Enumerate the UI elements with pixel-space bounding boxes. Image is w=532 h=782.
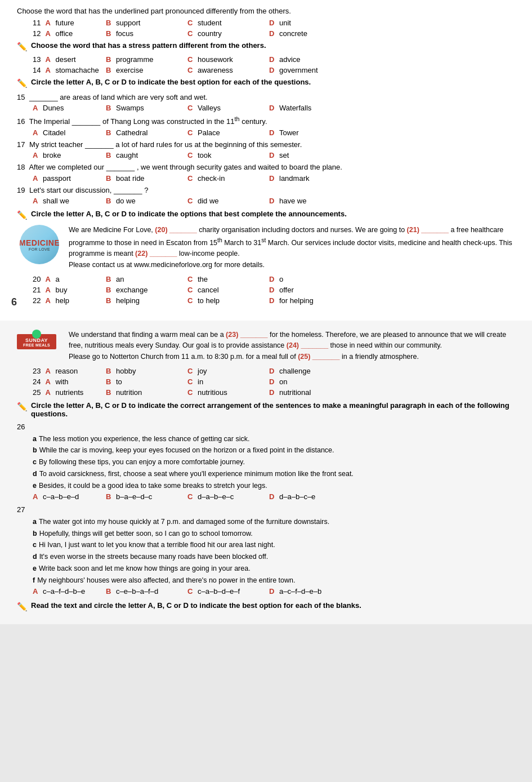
announcement-sunday: SUNDAY FREE MEALS We understand that fin… (17, 330, 515, 362)
medicine-announcement-text: We are Medicine For Love, (20) _______ c… (69, 225, 515, 270)
q27-options: Ac–a–f–d–b–e Bc–e–b–a–f–d Cc–a–b–d–e–f D… (33, 587, 515, 596)
q11-num: 11Afuture (33, 19, 106, 27)
instruction-6-text: Read the text and circle the letter A, B… (31, 601, 361, 610)
question-16: 16 The Imperial _______ of Thang Long wa… (17, 114, 515, 127)
bottom-section: SUNDAY FREE MEALS We understand that fin… (0, 321, 532, 624)
question-14-row: 14Astomachache Bexercise Cawareness Dgov… (33, 66, 515, 74)
q27-e: eWrite back soon and let me know how thi… (33, 563, 515, 574)
q26-a: aThe less motion you experience, the les… (33, 434, 515, 445)
instruction-6: ✏️ Read the text and circle the letter A… (17, 601, 515, 612)
medicine-circle: MEDICINE FOR LOVE (20, 225, 59, 264)
pencil-icon-5: ✏️ (17, 402, 28, 412)
instruction-4: ✏️ Circle the letter A, B, C or D to ind… (17, 210, 515, 220)
q26-label: 26 (17, 421, 515, 433)
q27-d: dIt's even worse in the streets because … (33, 552, 515, 562)
question-18: 18 After we completed our _______ , we w… (17, 162, 515, 173)
question-20-options: 20Aa Ban Cthe Do (33, 275, 515, 283)
q27-c: cHi Ivan, I just want to let you know th… (33, 540, 515, 550)
instruction-2: ✏️ Choose the word that has a stress pat… (17, 41, 515, 52)
question-12-row: 12Aoffice Bfocus Ccountry Dconcrete (33, 29, 515, 38)
question-17-options: Abroke Bcaught Ctook Dset (33, 151, 515, 159)
q26-b: bWhile the car is moving, keep your eyes… (33, 445, 515, 456)
question-17: 17 My strict teacher _______ a lot of ha… (17, 139, 515, 150)
medicine-logo: MEDICINE FOR LOVE (17, 225, 62, 264)
q26-e: eBesides, it could be a good idea to tak… (33, 481, 515, 491)
free-meals-label: FREE MEALS (19, 343, 54, 347)
q27-a: aThe water got into my house quickly at … (33, 517, 515, 527)
q27-b: bHopefully, things will get better soon,… (33, 528, 515, 539)
pencil-icon-6: ✏️ (17, 602, 28, 612)
question-11-row: 11Afuture Bsupport Cstudent Dunit (33, 19, 515, 27)
question-19: 19 Let's start our discussion, _______ ? (17, 185, 515, 196)
page-number: 6 (11, 296, 17, 308)
question-15-options: ADunes BSwamps CValleys DWaterfalls (33, 104, 515, 112)
medicine-tagline: FOR LOVE (20, 247, 59, 251)
question-15: 15 _______ are areas of land which are v… (17, 92, 515, 103)
question-13-row: 13Adesert Bprogramme Chousework Dadvice (33, 55, 515, 64)
question-18-options: Apassport Bboat ride Ccheck-in Dlandmark (33, 174, 515, 183)
instruction-4-text: Circle the letter A, B, C or D to indica… (31, 210, 347, 218)
instruction-2-text: Choose the word that has a stress patter… (31, 41, 266, 50)
question-25-options: 25Anutrients Bnutrition Cnutritious Dnut… (33, 388, 515, 397)
instruction-5-text: Circle the letter A, B, C or D to indica… (31, 401, 515, 418)
sunday-logo: SUNDAY FREE MEALS (17, 330, 62, 349)
page: Choose the word that has the underlined … (0, 0, 532, 624)
question-19-options: Ashall we Bdo we Cdid we Dhave we (33, 197, 515, 205)
question-24-options: 24Awith Bto Cin Don (33, 377, 515, 386)
question-23-options: 23Areason Bhobby Cjoy Dchallenge (33, 367, 515, 375)
partial-top-text: Choose the word that has the underlined … (17, 6, 515, 17)
question-16-options: ACitadel BCathedral CPalace DTower (33, 128, 515, 137)
top-section: Choose the word that has the underlined … (0, 0, 532, 316)
q27-label: 27 (17, 504, 515, 516)
q26-options: Ac–a–b–e–d Bb–a–e–d–c Cd–a–b–e–c Dd–a–b–… (33, 492, 515, 501)
instruction-3-text: Circle the letter A, B, C or D to indica… (31, 78, 311, 86)
instruction-5: ✏️ Circle the letter A, B, C or D to ind… (17, 401, 515, 418)
medicine-name: MEDICINE (20, 238, 59, 247)
sunday-green-dot (32, 330, 41, 339)
pencil-icon-2: ✏️ (17, 42, 28, 52)
instruction-3: ✏️ Circle the letter A, B, C or D to ind… (17, 78, 515, 88)
sunday-announcement-text: We understand that finding a warm meal c… (69, 330, 515, 362)
question-27: 27 aThe water got into my house quickly … (17, 504, 515, 596)
question-26: 26 aThe less motion you experience, the … (17, 421, 515, 501)
pencil-icon-3: ✏️ (17, 78, 28, 88)
q26-c: cBy following these tips, you can enjoy … (33, 457, 515, 468)
question-21-options: 21Abuy Bexchange Ccancel Doffer (33, 286, 515, 294)
question-22-options: 22Ahelp Bhelping Cto help Dfor helping (33, 296, 515, 305)
q27-f: fMy neighbours' houses were also affecte… (33, 575, 515, 586)
pencil-icon-4: ✏️ (17, 210, 28, 220)
q26-d: dTo avoid carsickness, first, choose a s… (33, 469, 515, 479)
announcement-medicine: MEDICINE FOR LOVE We are Medicine For Lo… (17, 225, 515, 270)
